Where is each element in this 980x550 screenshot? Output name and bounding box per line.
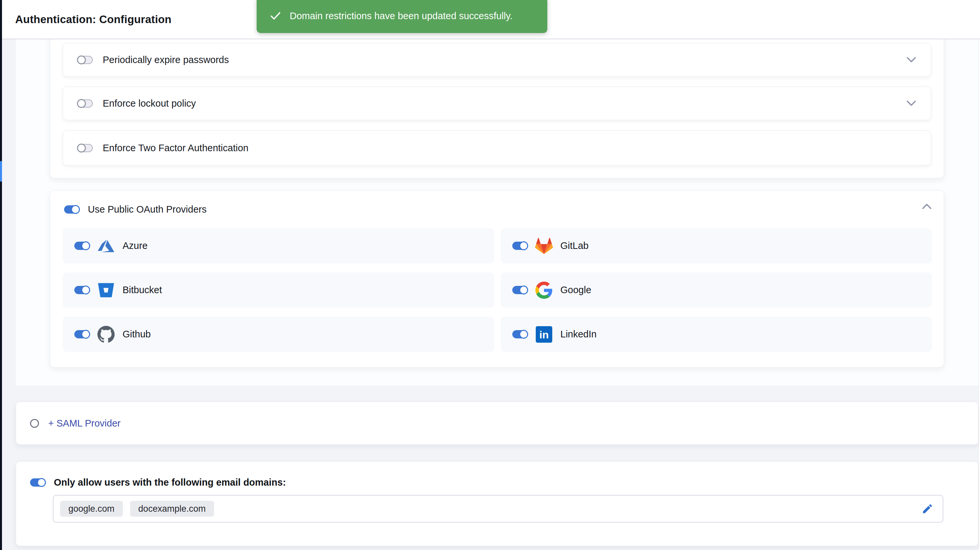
email-domains-label: Only allow users with the following emai… bbox=[54, 477, 286, 488]
toggle-knob bbox=[81, 286, 90, 294]
oauth-header-row: Use Public OAuth Providers bbox=[64, 201, 207, 218]
provider-name: GitLab bbox=[560, 240, 589, 251]
toast-message: Domain restrictions have been updated su… bbox=[290, 9, 512, 21]
scrollbar-track[interactable] bbox=[978, 39, 980, 550]
email-domains-card: Only allow users with the following emai… bbox=[16, 461, 978, 546]
policy-row-two-factor[interactable]: Enforce Two Factor Authentication bbox=[63, 130, 931, 165]
provider-name: Github bbox=[123, 329, 151, 340]
password-policies-group: Periodically expire passwords Enforce lo… bbox=[50, 31, 944, 178]
sidebar-active-indicator bbox=[0, 161, 2, 181]
toggle-knob bbox=[81, 241, 90, 250]
two-factor-toggle[interactable] bbox=[78, 144, 93, 152]
toggle-knob bbox=[77, 99, 86, 108]
linkedin-toggle[interactable] bbox=[512, 330, 528, 339]
provider-tile-github[interactable]: Github bbox=[63, 316, 494, 352]
google-toggle[interactable] bbox=[512, 286, 528, 294]
email-domains-input[interactable]: google.com docexample.com bbox=[53, 495, 943, 523]
saml-radio[interactable] bbox=[30, 419, 39, 428]
toggle-knob bbox=[519, 241, 528, 250]
linkedin-icon: in bbox=[535, 325, 553, 344]
gitlab-toggle[interactable] bbox=[512, 242, 528, 250]
email-domains-toggle[interactable] bbox=[30, 478, 45, 486]
toggle-knob bbox=[77, 144, 86, 153]
check-icon bbox=[270, 10, 281, 21]
chevron-down-icon[interactable] bbox=[906, 57, 916, 63]
email-domains-header: Only allow users with the following emai… bbox=[30, 477, 286, 488]
policy-label: Periodically expire passwords bbox=[103, 54, 229, 65]
policy-row-lockout[interactable]: Enforce lockout policy bbox=[63, 86, 931, 120]
toggle-knob bbox=[519, 286, 528, 294]
google-icon bbox=[535, 281, 553, 299]
github-icon bbox=[97, 325, 115, 344]
page-title: Authentication: Configuration bbox=[15, 13, 172, 26]
providers-grid: Azure GitLab Bitbucket bbox=[63, 228, 932, 352]
provider-tile-gitlab[interactable]: GitLab bbox=[501, 228, 932, 264]
provider-name: Bitbucket bbox=[123, 285, 162, 296]
provider-tile-azure[interactable]: Azure bbox=[63, 228, 494, 264]
bitbucket-icon bbox=[97, 281, 115, 299]
provider-tile-bitbucket[interactable]: Bitbucket bbox=[63, 272, 494, 308]
toggle-knob bbox=[37, 478, 46, 487]
domain-chip[interactable]: docexample.com bbox=[130, 501, 214, 517]
provider-tile-google[interactable]: Google bbox=[501, 272, 932, 308]
gitlab-icon bbox=[535, 237, 553, 255]
github-toggle[interactable] bbox=[74, 330, 89, 339]
toggle-knob bbox=[77, 56, 86, 64]
bitbucket-toggle[interactable] bbox=[74, 286, 89, 294]
svg-text:in: in bbox=[539, 329, 548, 341]
toggle-knob bbox=[519, 330, 528, 339]
toggle-knob bbox=[71, 205, 80, 214]
chevron-down-icon[interactable] bbox=[906, 100, 916, 106]
success-toast[interactable]: Domain restrictions have been updated su… bbox=[257, 0, 547, 33]
collapsed-sidebar[interactable] bbox=[0, 0, 2, 550]
domain-chip[interactable]: google.com bbox=[60, 501, 123, 517]
provider-name: Google bbox=[560, 285, 592, 296]
saml-provider-card[interactable]: + SAML Provider bbox=[16, 402, 978, 445]
add-saml-provider-link[interactable]: + SAML Provider bbox=[48, 418, 121, 429]
oauth-providers-group: Use Public OAuth Providers Azure GitLab bbox=[50, 191, 944, 367]
azure-toggle[interactable] bbox=[74, 242, 89, 250]
oauth-header-label: Use Public OAuth Providers bbox=[88, 204, 207, 215]
provider-name: Azure bbox=[123, 240, 148, 251]
expire-passwords-toggle[interactable] bbox=[78, 56, 93, 64]
provider-name: LinkedIn bbox=[560, 329, 597, 340]
pencil-icon[interactable] bbox=[921, 503, 936, 515]
chevron-up-icon[interactable] bbox=[922, 203, 932, 209]
policy-label: Enforce lockout policy bbox=[103, 98, 196, 109]
toggle-knob bbox=[81, 330, 90, 339]
lockout-policy-toggle[interactable] bbox=[78, 99, 93, 108]
provider-tile-linkedin[interactable]: in LinkedIn bbox=[501, 316, 932, 352]
policy-label: Enforce Two Factor Authentication bbox=[103, 143, 248, 154]
policy-row-expire-passwords[interactable]: Periodically expire passwords bbox=[63, 43, 931, 76]
azure-icon bbox=[97, 237, 115, 255]
oauth-master-toggle[interactable] bbox=[64, 205, 79, 214]
